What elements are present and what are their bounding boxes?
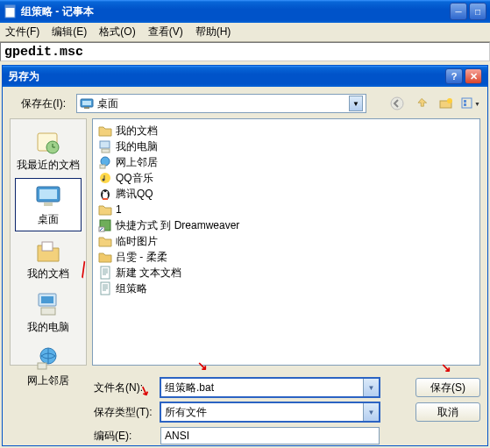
save-as-dialog: 另存为 ? ✕ 保存在(I): 桌面 ▼ ▼ 我最近的文档: [2, 65, 488, 446]
folder-icon: [98, 203, 112, 217]
list-item[interactable]: 组策略: [96, 281, 476, 296]
list-item[interactable]: 我的电脑: [96, 139, 476, 154]
menu-view[interactable]: 查看(V): [148, 25, 183, 39]
chevron-down-icon[interactable]: ▼: [363, 379, 379, 396]
place-recent[interactable]: 我最近的文档: [15, 124, 82, 176]
computer-icon: [98, 139, 112, 153]
minimize-button[interactable]: ─: [450, 3, 467, 20]
dialog-titlebar: 另存为 ? ✕: [3, 66, 487, 87]
window-title: 组策略 - 记事本: [21, 4, 450, 19]
filetype-dropdown[interactable]: 所有文件 ▼: [160, 402, 380, 422]
list-item[interactable]: 快捷方式 到 Dreamweaver: [96, 217, 476, 233]
file-name: 吕雯 - 柔柔: [116, 250, 167, 265]
shortcut-icon: [98, 218, 112, 232]
list-item[interactable]: 临时图片: [96, 233, 476, 249]
file-name: 组策略: [116, 281, 147, 296]
place-mycomputer-label: 我的电脑: [27, 320, 69, 335]
svg-point-7: [447, 98, 452, 103]
file-name: QQ音乐: [116, 171, 153, 186]
file-name: 1: [116, 203, 122, 216]
menu-bar: 文件(F) 编辑(E) 格式(O) 查看(V) 帮助(H): [0, 23, 490, 42]
svg-rect-4: [84, 107, 89, 109]
dialog-close-button[interactable]: ✕: [465, 68, 482, 84]
savein-dropdown[interactable]: 桌面 ▼: [76, 94, 366, 113]
list-item[interactable]: 我的文档: [96, 123, 476, 139]
network-icon: [98, 155, 112, 169]
list-item[interactable]: 网上邻居: [96, 154, 476, 170]
qq-icon: [98, 187, 112, 201]
place-mydocs[interactable]: 我的文档: [15, 233, 82, 285]
cancel-button[interactable]: 取消: [415, 402, 480, 422]
menu-edit[interactable]: 编辑(E): [52, 25, 87, 39]
up-button[interactable]: [412, 94, 431, 113]
mydocs-icon: [34, 237, 62, 265]
menu-format[interactable]: 格式(O): [99, 25, 135, 39]
textfile-icon: [98, 281, 112, 295]
place-desktop[interactable]: 桌面: [15, 178, 82, 231]
file-name: 腾讯QQ: [116, 187, 153, 202]
filename-label: 文件名(N):: [94, 380, 153, 395]
dialog-help-button[interactable]: ?: [445, 68, 463, 84]
file-name: 快捷方式 到 Dreamweaver: [116, 218, 239, 233]
svg-rect-19: [41, 308, 55, 315]
file-name: 网上邻居: [116, 155, 158, 170]
recent-icon: [34, 128, 62, 156]
list-item[interactable]: 腾讯QQ: [96, 186, 476, 202]
view-menu-button[interactable]: ▼: [461, 94, 480, 113]
svg-rect-9: [464, 100, 466, 103]
svg-rect-14: [39, 189, 57, 199]
place-network-label: 网上邻居: [27, 373, 69, 388]
savein-label: 保存在(I):: [10, 96, 71, 111]
chevron-down-icon[interactable]: ▼: [349, 96, 363, 111]
svg-rect-23: [102, 149, 110, 153]
svg-rect-22: [100, 141, 110, 148]
svg-rect-10: [464, 103, 466, 106]
menu-help[interactable]: 帮助(H): [195, 25, 231, 39]
filename-input[interactable]: ▼: [160, 378, 380, 397]
desktop-large-icon: [34, 182, 62, 210]
menu-file[interactable]: 文件(F): [5, 25, 39, 39]
chevron-down-icon[interactable]: ▼: [363, 403, 379, 421]
list-item[interactable]: 新建 文本文档: [96, 265, 476, 281]
filetype-value: 所有文件: [161, 405, 363, 420]
svg-point-26: [100, 173, 110, 183]
dialog-title: 另存为: [8, 69, 39, 84]
editor-content[interactable]: gpedit.msc: [0, 42, 490, 61]
svg-rect-15: [44, 203, 53, 206]
computer-icon: [34, 290, 62, 318]
svg-rect-21: [38, 363, 46, 369]
folder-icon: [98, 234, 112, 248]
list-item[interactable]: QQ音乐: [96, 170, 476, 186]
encoding-label: 编码(E):: [94, 429, 153, 444]
desktop-icon: [80, 96, 94, 110]
list-item[interactable]: 1: [96, 202, 476, 217]
save-button[interactable]: 保存(S): [415, 378, 480, 397]
list-item[interactable]: 吕雯 - 柔柔: [96, 249, 476, 265]
svg-point-5: [391, 97, 403, 110]
place-mycomputer[interactable]: 我的电脑: [15, 287, 82, 338]
maximize-button[interactable]: □: [469, 3, 486, 20]
svg-rect-8: [462, 98, 472, 108]
svg-point-29: [103, 192, 108, 199]
file-name: 新建 文本文档: [116, 266, 181, 281]
place-network[interactable]: 网上邻居: [15, 340, 82, 392]
notepad-titlebar: 组策略 - 记事本 ─ □: [0, 0, 490, 23]
svg-rect-25: [100, 165, 105, 168]
places-bar: 我最近的文档 桌面 我的文档 我的电脑 网上邻居: [10, 118, 87, 366]
place-recent-label: 我最近的文档: [17, 158, 80, 173]
back-button[interactable]: [387, 94, 407, 113]
file-name: 我的电脑: [116, 139, 158, 154]
place-desktop-label: 桌面: [38, 212, 59, 227]
svg-rect-3: [82, 101, 91, 105]
network-icon: [34, 344, 62, 372]
filename-field[interactable]: [161, 381, 363, 394]
textfile-icon: [98, 266, 112, 280]
encoding-value[interactable]: ANSI: [160, 427, 380, 444]
svg-point-30: [103, 191, 104, 193]
new-folder-button[interactable]: [437, 94, 456, 113]
svg-rect-32: [103, 198, 108, 200]
file-name: 临时图片: [116, 234, 158, 249]
filetype-label: 保存类型(T):: [94, 405, 153, 420]
music-icon: [98, 171, 112, 185]
file-list[interactable]: 我的文档我的电脑网上邻居QQ音乐腾讯QQ1快捷方式 到 Dreamweaver临…: [92, 118, 480, 366]
